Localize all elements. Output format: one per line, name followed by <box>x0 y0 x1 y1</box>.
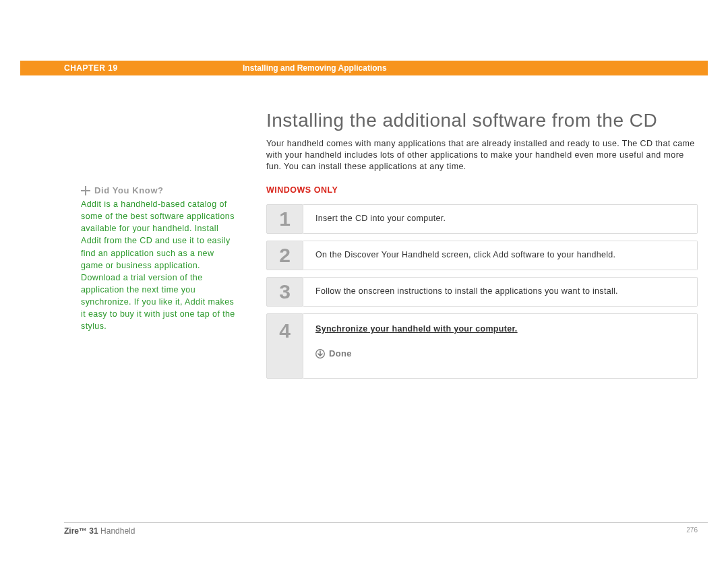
did-you-know-heading: Did You Know? <box>81 185 236 195</box>
step-text: Synchronize your handheld with your comp… <box>303 313 698 379</box>
step-row: 3 Follow the onscreen instructions to in… <box>266 277 698 307</box>
step-text: On the Discover Your Handheld screen, cl… <box>303 241 698 270</box>
did-you-know-sidebar: Did You Know? Addit is a handheld-based … <box>81 185 236 332</box>
step-text: Insert the CD into your computer. <box>303 204 698 234</box>
done-row: Done <box>315 348 687 360</box>
step-number: 1 <box>266 204 303 234</box>
windows-only-label: WINDOWS ONLY <box>266 185 338 195</box>
steps-list: 1 Insert the CD into your computer. 2 On… <box>266 204 698 385</box>
step-row: 4 Synchronize your handheld with your co… <box>266 313 698 379</box>
step-text: Follow the onscreen instructions to inst… <box>303 277 698 307</box>
page-title: Installing the additional software from … <box>266 110 657 131</box>
done-label: Done <box>329 348 352 360</box>
did-you-know-body: Addit is a handheld-based catalog of som… <box>81 198 236 332</box>
page-footer: Zire™ 31 Handheld 276 <box>64 522 708 536</box>
step-number: 4 <box>266 313 303 379</box>
step-number: 3 <box>266 277 303 307</box>
plus-icon <box>81 186 90 195</box>
page-number: 276 <box>686 526 708 536</box>
did-you-know-heading-text: Did You Know? <box>94 185 164 195</box>
product-name: Zire™ 31 Handheld <box>64 526 135 536</box>
done-arrow-icon <box>315 349 325 358</box>
chapter-header: CHAPTER 19 Installing and Removing Appli… <box>20 61 708 75</box>
intro-paragraph: Your handheld comes with many applicatio… <box>266 138 698 173</box>
chapter-title: Installing and Removing Applications <box>243 63 387 73</box>
step-row: 2 On the Discover Your Handheld screen, … <box>266 241 698 270</box>
step-number: 2 <box>266 241 303 270</box>
synchronize-link[interactable]: Synchronize your handheld with your comp… <box>315 324 518 334</box>
chapter-label: CHAPTER 19 <box>64 63 226 73</box>
step-row: 1 Insert the CD into your computer. <box>266 204 698 234</box>
